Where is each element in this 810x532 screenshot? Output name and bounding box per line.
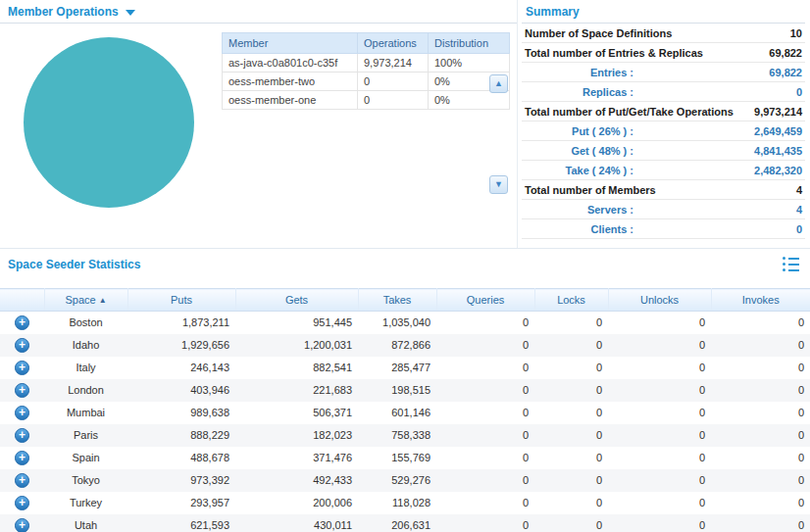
space-row[interactable]: +Utah621,593430,011206,6310000 (0, 514, 810, 532)
stat-cell: 0 (534, 447, 608, 469)
space-row[interactable]: +Turkey293,957200,006118,0280000 (0, 492, 810, 514)
member-cell: oess-member-one (223, 91, 358, 110)
summary-row: Get ( 48% ) :4,841,435 (522, 141, 805, 161)
expand-row-icon[interactable]: + (15, 406, 29, 420)
summary-value: 0 (633, 86, 802, 98)
space-row[interactable]: +Idaho1,929,6561,200,031872,8660000 (0, 334, 810, 357)
expand-cell: + (0, 447, 44, 469)
stat-cell: 0 (436, 447, 534, 469)
expand-row-icon[interactable]: + (15, 473, 29, 488)
space-col-header-queries[interactable]: Queries (436, 289, 534, 312)
summary-value: 2,649,459 (633, 125, 802, 137)
member-row[interactable]: oess-member-one00% (223, 91, 510, 110)
member-col-header-member[interactable]: Member (223, 33, 358, 54)
member-cell: 100% (429, 54, 510, 73)
space-row[interactable]: +Paris888,229182,023758,3380000 (0, 424, 810, 447)
stat-cell: 0 (608, 334, 711, 357)
space-row[interactable]: +Tokyo973,392492,433529,2760000 (0, 469, 810, 492)
expand-row-icon[interactable]: + (15, 451, 29, 465)
summary-label: Total number of Members (525, 184, 656, 196)
stat-cell: 0 (711, 312, 810, 334)
stat-cell: 1,929,656 (127, 334, 235, 357)
space-row[interactable]: +Mumbai989,638506,371601,1460000 (0, 402, 810, 424)
space-col-header-unlocks[interactable]: Unlocks (608, 289, 711, 312)
summary-value: 4 (796, 184, 802, 196)
stat-cell: 0 (608, 402, 711, 424)
summary-label: Entries : (590, 67, 633, 78)
stat-cell: 951,445 (235, 312, 358, 334)
stat-cell: 0 (608, 492, 711, 514)
summary-row: Entries :69,822 (522, 63, 805, 82)
space-name-cell: Turkey (44, 492, 127, 514)
stat-cell: 0 (711, 447, 810, 469)
member-table-body: as-java-c0a801c0-c35f9,973,214100%oess-m… (223, 54, 510, 110)
expand-row-icon[interactable]: + (15, 496, 29, 510)
stat-cell: 0 (436, 312, 534, 334)
scroll-down-icon[interactable]: ▼ (489, 175, 508, 194)
summary-row: Take ( 24% ) :2,482,320 (522, 161, 805, 180)
stat-cell: 200,006 (235, 492, 358, 514)
space-row[interactable]: +Italy246,143882,541285,4770000 (0, 357, 810, 379)
member-col-header-distribution[interactable]: Distribution (429, 33, 510, 54)
stat-cell: 882,541 (235, 357, 358, 379)
expand-row-icon[interactable]: + (15, 361, 29, 375)
chevron-down-icon[interactable] (126, 10, 135, 16)
space-col-header-locks[interactable]: Locks (534, 289, 608, 312)
space-name-cell: Italy (44, 357, 127, 379)
scroll-up-icon[interactable]: ▲ (489, 74, 508, 93)
pie-slice-100pct (24, 37, 194, 208)
stat-cell: 0 (608, 514, 711, 532)
stat-cell: 529,276 (358, 469, 436, 492)
summary-row: Total number of Entries & Replicas69,822 (522, 43, 805, 63)
space-name-cell: Idaho (44, 334, 127, 357)
expand-row-icon[interactable]: + (15, 315, 29, 330)
stat-cell: 0 (608, 424, 711, 447)
member-table-scrollbar[interactable]: ▲ ▼ (489, 74, 508, 194)
list-view-icon[interactable] (782, 256, 800, 272)
space-row[interactable]: +Spain488,678371,476155,7690000 (0, 447, 810, 469)
expand-row-icon[interactable]: + (15, 338, 29, 353)
space-col-header-puts[interactable]: Puts (127, 289, 235, 312)
space-row[interactable]: +London403,946221,683198,5150000 (0, 379, 810, 402)
space-col-header-gets[interactable]: Gets (235, 289, 358, 312)
member-row[interactable]: as-java-c0a801c0-c35f9,973,214100% (223, 54, 510, 73)
member-row[interactable]: oess-member-two00% (223, 73, 510, 91)
summary-value: 9,973,214 (754, 106, 802, 118)
stat-cell: 0 (608, 312, 711, 334)
expand-cell: + (0, 469, 44, 492)
space-seeder-header: Space Seeder Statistics (0, 249, 810, 275)
space-row[interactable]: +Boston1,873,211951,4451,035,0400000 (0, 312, 810, 334)
summary-label: Clients : (591, 223, 633, 235)
expand-row-icon[interactable]: + (15, 383, 29, 398)
stat-cell: 0 (436, 514, 534, 532)
member-cell: as-java-c0a801c0-c35f (223, 54, 358, 73)
stat-cell: 285,477 (358, 357, 436, 379)
summary-row: Put ( 26% ) :2,649,459 (522, 121, 805, 141)
stat-cell: 246,143 (127, 357, 235, 379)
member-operations-pie-chart (0, 32, 218, 218)
stat-cell: 0 (436, 379, 534, 402)
space-col-header-space[interactable]: Space▲ (44, 289, 127, 312)
space-col-header-takes[interactable]: Takes (358, 289, 436, 312)
member-col-header-operations[interactable]: Operations (358, 33, 429, 54)
stat-cell: 293,957 (127, 492, 235, 514)
space-col-header-invokes[interactable]: Invokes (711, 289, 810, 312)
stat-cell: 621,593 (127, 514, 235, 532)
stat-cell: 0 (534, 334, 608, 357)
summary-label: Put ( 26% ) : (572, 125, 633, 137)
stat-cell: 0 (436, 357, 534, 379)
expand-cell: + (0, 492, 44, 514)
member-operations-dropdown[interactable]: Member Operations (0, 0, 517, 24)
stat-cell: 0 (534, 469, 608, 492)
summary-row: Clients :0 (522, 219, 805, 239)
expand-row-icon[interactable]: + (15, 428, 29, 443)
expand-cell: + (0, 514, 44, 532)
expand-col-header (0, 289, 44, 312)
summary-row: Total number of Put/Get/Take Operations9… (522, 102, 805, 121)
expand-row-icon[interactable]: + (15, 518, 29, 532)
space-name-cell: Utah (44, 514, 127, 532)
summary-value: 69,822 (769, 47, 802, 59)
summary-label: Servers : (587, 204, 633, 216)
summary-value: 2,482,320 (633, 165, 802, 176)
summary-label: Replicas : (582, 86, 633, 98)
